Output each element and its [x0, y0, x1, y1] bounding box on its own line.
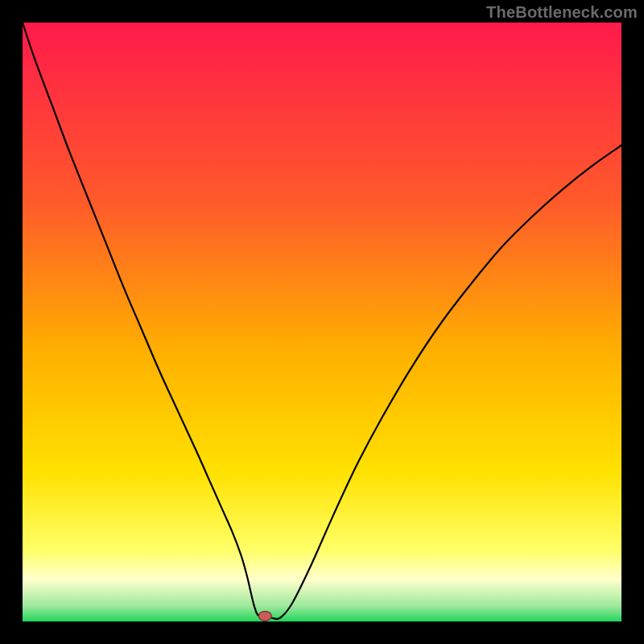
chart-svg [0, 0, 644, 644]
watermark-text: TheBottleneck.com [486, 3, 638, 22]
chart-stage: { "watermark": "TheBottleneck.com", "col… [0, 0, 644, 644]
plot-area [23, 23, 621, 621]
minimum-marker [258, 611, 271, 621]
